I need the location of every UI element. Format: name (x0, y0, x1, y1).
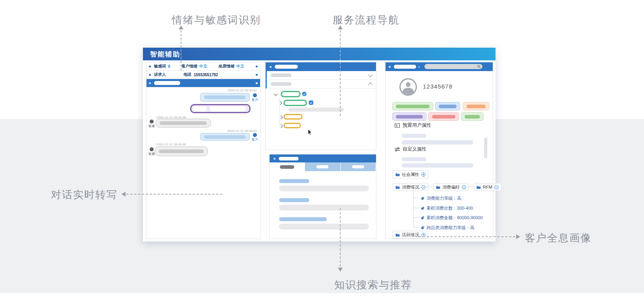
chevron-down-icon[interactable] (368, 72, 372, 77)
contact-info-row: 诉求人 电话 15553551792 (147, 71, 260, 79)
light-dot-icon (149, 82, 151, 84)
message-time: 2020-12-12 16:40:42 (228, 89, 257, 92)
attribute-placeholder (402, 163, 473, 168)
annotation-emotion-line (181, 30, 181, 71)
profile-tag-purple (392, 112, 426, 121)
panel-title-placeholder (275, 65, 298, 69)
message-time: 2020-12-12 16:43:48 (156, 143, 186, 146)
panel-title-placeholder (279, 157, 299, 160)
profile-tag-orange (463, 102, 489, 110)
caret-collapsed-icon[interactable] (278, 101, 282, 105)
search-icon (477, 65, 481, 68)
flow-step-done[interactable] (283, 100, 307, 106)
tag-icon (420, 216, 424, 220)
result-title-placeholder[interactable] (279, 198, 309, 202)
node-social-attributes[interactable]: 社会属性 (393, 170, 428, 178)
tab-label-placeholder (316, 165, 328, 168)
user-avatar-icon (399, 78, 417, 96)
light-dot-icon (256, 82, 258, 84)
result-title-placeholder[interactable] (279, 217, 327, 221)
customer-avatar-icon (253, 133, 257, 137)
flow-step-pending[interactable] (283, 123, 301, 128)
tag-icon (420, 226, 424, 230)
tab-inactive[interactable] (341, 162, 376, 171)
knowledge-panel (269, 154, 376, 239)
title-bar: 智能辅助 (143, 48, 496, 60)
flow-step-done[interactable] (281, 91, 301, 97)
sensitive-word-label: 敏感词 (154, 64, 166, 69)
tab-label-placeholder (280, 165, 294, 169)
tab-active[interactable] (270, 162, 305, 171)
customer-emotion-value: 中立 (199, 64, 207, 69)
node-preference[interactable]: 消费偏好 (433, 183, 469, 191)
attribute-placeholder (402, 157, 426, 161)
annotation-knowledge-label: 知识搜索与推荐 (334, 278, 412, 292)
customer-message-bubble (200, 93, 250, 102)
light-dot-icon (389, 66, 391, 68)
folder-icon (476, 185, 481, 189)
knowledge-panel-header (270, 154, 376, 162)
accordion-row-expanded[interactable] (266, 80, 376, 89)
page: 情绪与敏感词识别 服务流程导航 对话实时转写 知识搜索与推荐 客户全息画像 智能… (0, 0, 644, 305)
annotation-profile-line (419, 236, 515, 237)
agent-avatar-icon (150, 147, 154, 151)
id-card-icon (395, 123, 400, 128)
knowledge-tabs (270, 162, 376, 171)
tree-connector (413, 208, 420, 208)
minus-circle-icon[interactable] (462, 185, 466, 189)
agent-emotion-label: 坐席情绪 (219, 64, 235, 69)
section-title-placeholder (154, 81, 180, 85)
transcript-section-bar (147, 79, 260, 87)
check-badge-icon (302, 92, 307, 96)
minus-circle-icon[interactable] (494, 185, 499, 189)
chevron-up-icon[interactable] (368, 82, 372, 87)
attribute-placeholder (402, 134, 426, 138)
profile-tag-item: 跨品类消费能力等级：高 (420, 225, 474, 231)
chat-area[interactable]: 2020-12-12 16:40:42 客户 2020-12-12 16:43:… (147, 87, 260, 239)
node-consumption[interactable]: 消费情况 (393, 183, 428, 191)
folder-icon (436, 185, 440, 189)
tab-inactive[interactable] (305, 162, 340, 171)
profile-tag-green (461, 112, 484, 121)
blue-dot-icon (256, 66, 258, 68)
tree-connector (425, 187, 433, 187)
customer-profile-panel: 12345678 预置用户属性 (385, 62, 493, 239)
mouse-cursor-icon (308, 129, 313, 135)
customer-avatar-label: 客户 (252, 98, 258, 102)
tab-label-placeholder (352, 165, 364, 168)
flow-progress-placeholder (288, 108, 344, 112)
customer-emotion-label: 客户情绪 (181, 64, 197, 69)
profile-tag-item: 消费能力等级：高 (420, 195, 461, 201)
node-rfm[interactable]: RFM (474, 183, 501, 191)
blue-dot-icon (149, 74, 151, 76)
tree-connector (413, 227, 420, 228)
annotation-profile-label: 客户全息画像 (525, 231, 592, 245)
caret-collapsed-icon[interactable] (279, 124, 283, 128)
row-label-placeholder (271, 73, 291, 77)
result-snippet-placeholder (279, 205, 369, 210)
preset-attributes-section: 预置用户属性 (395, 122, 431, 129)
scrollbar-thumb[interactable] (484, 137, 487, 158)
flow-step-pending[interactable] (283, 114, 303, 120)
arrow-left-icon (121, 192, 125, 197)
transcript-panel: 敏感词 0 客户情绪 中立 坐席情绪 中立 诉求人 电话 15553551792 (146, 62, 260, 239)
customer-message-bubble (200, 133, 250, 141)
row-label-placeholder (271, 82, 291, 86)
plus-circle-icon[interactable] (421, 172, 426, 177)
attribute-placeholder (402, 140, 473, 145)
tag-icon (420, 197, 424, 201)
accordion-row-collapsed[interactable] (266, 71, 376, 80)
result-title-placeholder[interactable] (279, 179, 309, 183)
agent-avatar-label: 客服 (148, 152, 155, 156)
search-input[interactable] (424, 64, 482, 69)
folder-icon (395, 173, 400, 176)
contact-label: 诉求人 (154, 72, 166, 77)
tree-connector (413, 217, 420, 218)
result-snippet-placeholder (279, 185, 369, 191)
minus-circle-icon[interactable] (421, 185, 426, 189)
caret-expanded-icon[interactable] (274, 92, 278, 96)
annotation-service-nav-label: 服务流程导航 (333, 13, 399, 27)
profile-tag-item: 累积消费金额：80000-90000 (420, 215, 483, 221)
node-activity[interactable]: 活跃情况 (393, 231, 428, 239)
profile-tag-blue (435, 102, 460, 110)
